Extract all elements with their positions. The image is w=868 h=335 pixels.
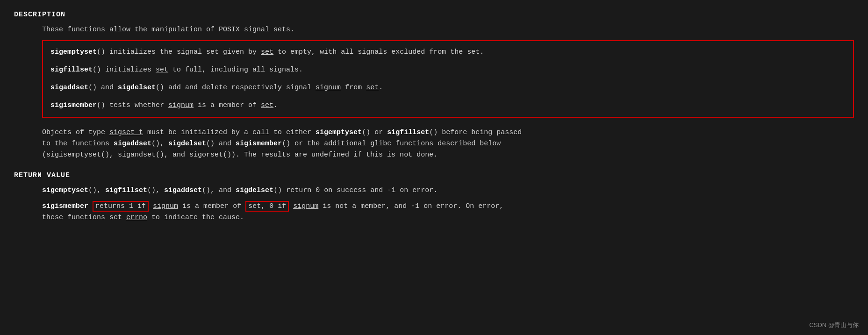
description-section: DESCRIPTION These functions allow the ma… (14, 9, 854, 161)
rv-line3-end: to indicate the cause. (147, 214, 244, 221)
sigaddset-text1: () and (88, 84, 118, 92)
sigfillset-set: set (156, 66, 168, 74)
rv-sigemptyset: sigemptyset (42, 186, 88, 194)
rv-mid1: (), (88, 186, 105, 194)
sigismember-text1: () tests whether (97, 101, 168, 109)
rv-space2 (289, 202, 293, 210)
sigset-line1: Objects of type sigset_t must be initial… (42, 127, 854, 138)
sigismember-text3: . (273, 101, 278, 109)
sigset-bold4: sigdelset (168, 140, 206, 148)
sigemptyset-text1: () initializes the signal set given by (97, 48, 261, 56)
sigset-mid4: (), (151, 140, 168, 148)
rv-end: () return 0 on success and -1 on error. (273, 186, 438, 194)
sigset-bold1: sigemptyset (316, 128, 362, 136)
sigset-mid: must be initialized by a call to either (143, 128, 316, 136)
rv-signum1: signum (153, 202, 178, 210)
rv-mid4: is not a member, and -1 on error. On err… (318, 202, 503, 210)
sigemptyset-set: set (261, 48, 273, 56)
sigismember-line: sigismember() tests whether signum is a … (50, 100, 846, 111)
rv-mid2: (), (147, 186, 164, 194)
sigset-line3: (sigisemptyset(), sigandset(), and sigor… (42, 150, 854, 161)
sigaddset-line: sigaddset() and sigdelset() add and dele… (50, 82, 846, 93)
description-title: DESCRIPTION (14, 9, 854, 21)
red-box-functions: sigemptyset() initializes the signal set… (42, 40, 854, 118)
sigset-mid3: () before being passed (429, 128, 522, 136)
sigfillset-text2: to full, including all signals. (168, 66, 303, 74)
sigismember-text2: is a member of (194, 101, 261, 109)
sigaddset-label: sigaddset (50, 84, 88, 92)
rv-sigaddset: sigaddset (164, 186, 202, 194)
sigset-mid5: () and (206, 140, 236, 148)
sigset-bold2: sigfillset (387, 128, 429, 136)
sigemptyset-text2: to empty, with all signals excluded from… (273, 48, 484, 56)
sigfillset-label: sigfillset (50, 66, 93, 74)
sigfillset-text1: () initializes (93, 66, 156, 74)
rv-sigismember: sigismember (42, 202, 88, 210)
sigismember-set: set (261, 101, 273, 109)
return-line1: sigemptyset(), sigfillset(), sigaddset()… (42, 185, 854, 196)
sigemptyset-label: sigemptyset (50, 48, 97, 56)
sigset-bold3: sigaddset (114, 140, 151, 148)
rv-sigfillset: sigfillset (105, 186, 147, 194)
return-value-title: RETURN VALUE (14, 170, 854, 181)
sigaddset-set: set (366, 84, 379, 92)
rv-errno: errno (126, 214, 147, 221)
rv-mid2a: is a member of (178, 202, 245, 210)
rv-signum2: signum (293, 202, 318, 210)
sigismember-signum: signum (168, 101, 194, 109)
sigset-mid6: () or the additional glibc functions des… (282, 140, 501, 148)
return-value-section: RETURN VALUE sigemptyset(), sigfillset()… (14, 170, 854, 223)
rv-sigdelset: sigdelset (236, 186, 273, 194)
return-line2: sigismember returns 1 if signum is a mem… (42, 201, 854, 212)
description-intro: These functions allow the manipulation o… (42, 24, 854, 36)
rv-highlight2: set, 0 if (245, 201, 289, 212)
sigset-line2: to the functions sigaddset(), sigdelset(… (42, 138, 854, 150)
sigaddset-text4: . (379, 84, 383, 92)
sigismember-label: sigismember (50, 101, 97, 109)
sigdelset-label: sigdelset (118, 84, 156, 92)
sigset-mid2: () or (362, 128, 387, 136)
sigaddset-text2: () add and delete respectively signal (156, 84, 316, 92)
sigset-pre: Objects of type (42, 128, 109, 136)
sigaddset-text3: from (341, 84, 366, 92)
sigset-type: sigset_t (109, 128, 143, 136)
rv-highlight1: returns 1 if (93, 201, 149, 212)
rv-space1 (149, 202, 153, 210)
sigset-line2-pre: to the functions (42, 140, 114, 148)
rv-line3-pre: these functions set (42, 214, 126, 221)
rv-mid3: (), and (202, 186, 236, 194)
watermark: CSDN @青山与你 (809, 321, 859, 330)
sigemptyset-line: sigemptyset() initializes the signal set… (50, 47, 846, 58)
return-line3: these functions set errno to indicate th… (42, 212, 854, 223)
sigset-bold5: sigismember (236, 140, 282, 148)
sigaddset-signum: signum (316, 84, 341, 92)
rv-line2-pre (88, 202, 93, 210)
sigset-para: Objects of type sigset_t must be initial… (42, 127, 854, 161)
sigfillset-line: sigfillset() initializes set to full, in… (50, 64, 846, 76)
description-intro-text: These functions allow the manipulation o… (42, 26, 294, 34)
